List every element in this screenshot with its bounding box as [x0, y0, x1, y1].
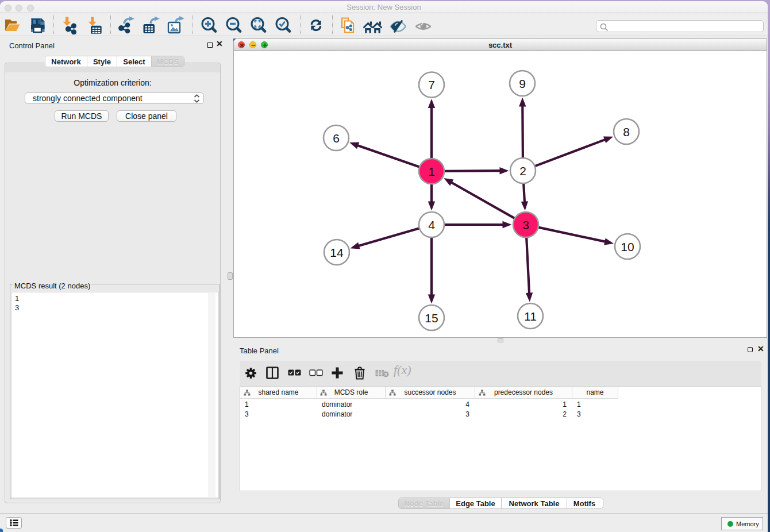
svg-text:14: 14	[330, 246, 344, 259]
svg-text:4: 4	[428, 218, 435, 232]
svg-text:11: 11	[524, 310, 537, 323]
svg-text:7: 7	[428, 78, 435, 91]
svg-text:2: 2	[519, 164, 526, 178]
svg-text:3: 3	[522, 218, 529, 232]
svg-text:1: 1	[428, 165, 435, 178]
svg-text:15: 15	[425, 311, 438, 325]
svg-text:10: 10	[621, 240, 634, 253]
svg-text:6: 6	[333, 132, 340, 145]
svg-text:9: 9	[519, 77, 526, 90]
svg-text:8: 8	[623, 125, 630, 138]
